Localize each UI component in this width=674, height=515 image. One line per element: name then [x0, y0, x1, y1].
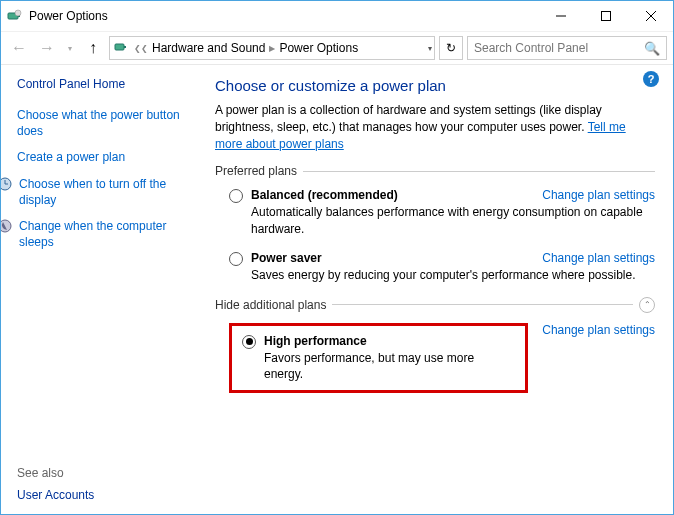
control-panel-home-link[interactable]: Control Panel Home: [17, 77, 203, 91]
plan-powersaver-name[interactable]: Power saver: [251, 251, 322, 265]
sidebar-item-sleep[interactable]: Change when the computer sleeps: [17, 218, 203, 250]
main-panel: ? Choose or customize a power plan A pow…: [211, 65, 673, 514]
plan-highperf-name[interactable]: High performance: [264, 334, 515, 348]
plan-balanced-desc: Automatically balances performance with …: [251, 204, 655, 236]
plan-powersaver-radio[interactable]: [229, 252, 243, 266]
svg-rect-4: [601, 12, 610, 21]
titlebar: Power Options: [1, 1, 673, 31]
battery-icon: [7, 8, 23, 24]
forward-button[interactable]: →: [35, 36, 59, 60]
chevron-icon: ❮❮: [134, 44, 148, 53]
preferred-plans-legend: Preferred plans: [215, 164, 655, 178]
page-title: Choose or customize a power plan: [215, 77, 655, 94]
plan-highperf: High performance Favors performance, but…: [215, 323, 655, 393]
see-also-header: See also: [17, 466, 94, 480]
help-icon[interactable]: ?: [643, 71, 659, 87]
plan-balanced-radio[interactable]: [229, 189, 243, 203]
plan-powersaver-desc: Saves energy by reducing your computer's…: [251, 267, 655, 283]
chevron-right-icon: ▶: [269, 44, 275, 53]
maximize-button[interactable]: [583, 1, 628, 31]
page-description: A power plan is a collection of hardware…: [215, 102, 655, 152]
close-button[interactable]: [628, 1, 673, 31]
additional-plans-legend: Hide additional plans ⌃: [215, 297, 655, 313]
preferred-plans-section: Preferred plans Balanced (recommended) C…: [215, 164, 655, 283]
breadcrumb-current[interactable]: Power Options: [279, 41, 358, 55]
plan-balanced-name[interactable]: Balanced (recommended): [251, 188, 398, 202]
plan-highperf-radio[interactable]: [242, 335, 256, 349]
navbar: ← → ▾ ↑ ❮❮ Hardware and Sound ▶ Power Op…: [1, 31, 673, 65]
back-button[interactable]: ←: [7, 36, 31, 60]
see-also-user-accounts[interactable]: User Accounts: [17, 488, 94, 502]
address-bar[interactable]: ❮❮ Hardware and Sound ▶ Power Options ▾: [109, 36, 435, 60]
svg-rect-8: [124, 46, 126, 48]
additional-plans-section: Hide additional plans ⌃ High performance…: [215, 297, 655, 393]
window-buttons: [538, 1, 673, 31]
see-also-section: See also User Accounts: [17, 466, 94, 502]
breadcrumb-parent[interactable]: Hardware and Sound: [152, 41, 265, 55]
recent-dropdown[interactable]: ▾: [63, 36, 77, 60]
refresh-button[interactable]: ↻: [439, 36, 463, 60]
sidebar-item-power-button[interactable]: Choose what the power button does: [17, 107, 203, 139]
search-input[interactable]: Search Control Panel 🔍: [467, 36, 667, 60]
minimize-button[interactable]: [538, 1, 583, 31]
control-panel-icon: [114, 39, 130, 58]
collapse-icon[interactable]: ⌃: [639, 297, 655, 313]
moon-icon: [1, 218, 13, 234]
plan-highperf-desc: Favors performance, but may use more ene…: [264, 350, 515, 382]
power-options-window: Power Options ← → ▾ ↑ ❮❮ Hardware and So…: [0, 0, 674, 515]
search-placeholder: Search Control Panel: [474, 41, 588, 55]
plan-balanced-change[interactable]: Change plan settings: [542, 188, 655, 202]
plan-balanced: Balanced (recommended) Change plan setti…: [215, 188, 655, 236]
sidebar: Control Panel Home Choose what the power…: [1, 65, 211, 262]
up-button[interactable]: ↑: [81, 36, 105, 60]
plan-powersaver-change[interactable]: Change plan settings: [542, 251, 655, 265]
sidebar-wrap: Control Panel Home Choose what the power…: [1, 65, 211, 514]
content-area: Control Panel Home Choose what the power…: [1, 65, 673, 514]
window-title: Power Options: [29, 9, 538, 23]
clock-icon: [1, 176, 13, 192]
svg-point-2: [15, 10, 21, 16]
plan-highperf-change[interactable]: Change plan settings: [542, 323, 655, 393]
sidebar-item-display-off[interactable]: Choose when to turn off the display: [17, 176, 203, 208]
address-dropdown-icon[interactable]: ▾: [428, 44, 432, 53]
plan-powersaver: Power saver Change plan settings Saves e…: [215, 251, 655, 283]
search-icon: 🔍: [644, 41, 660, 56]
svg-rect-7: [115, 44, 124, 50]
sidebar-item-create-plan[interactable]: Create a power plan: [17, 149, 203, 165]
highlighted-box: High performance Favors performance, but…: [229, 323, 528, 393]
